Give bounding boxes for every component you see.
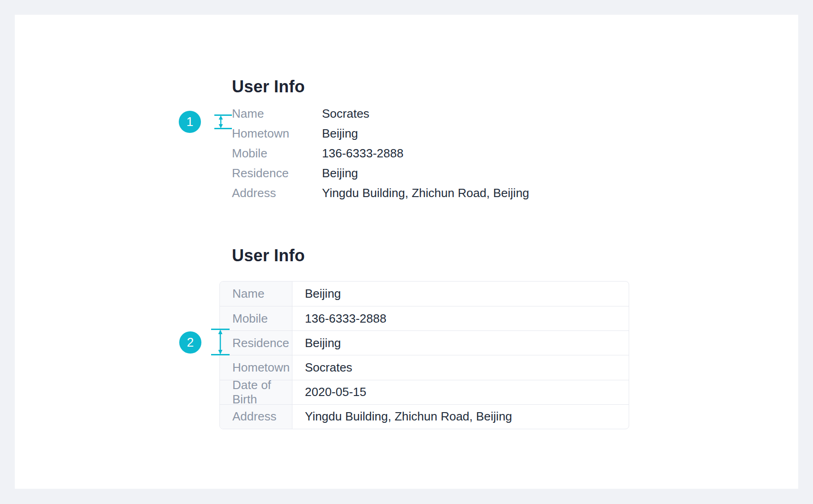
table-row: Date of Birth 2020-05-15 — [220, 380, 629, 404]
annotation-badge-1: 1 — [179, 111, 201, 133]
description-row: Address Yingdu Building, Zhichun Road, B… — [232, 185, 555, 201]
description-label: Mobile — [232, 145, 322, 162]
table-value-cell: 136-6333-2888 — [292, 306, 629, 330]
user-info-description-list: Name Socrates Hometown Beijing Mobile 13… — [232, 105, 555, 204]
table-label-cell: Residence — [220, 331, 292, 355]
description-label: Hometown — [232, 125, 322, 142]
section1-title: User Info — [232, 77, 305, 97]
measure-arrow-icon-2 — [210, 328, 231, 356]
table-value-cell: Beijing — [292, 331, 629, 355]
annotation-badge-2: 2 — [179, 331, 201, 354]
table-row: Mobile 136-6333-2888 — [220, 306, 629, 330]
table-label-cell: Date of Birth — [220, 380, 292, 404]
description-label: Address — [232, 185, 322, 201]
measure-arrow-icon-1 — [213, 114, 233, 130]
table-value-cell: Socrates — [292, 355, 629, 379]
table-label-cell: Address — [220, 405, 292, 429]
description-row: Mobile 136-6333-2888 — [232, 145, 555, 162]
table-label-cell: Mobile — [220, 306, 292, 330]
description-value: Yingdu Building, Zhichun Road, Beijing — [322, 185, 529, 201]
table-value-cell: 2020-05-15 — [292, 380, 629, 404]
description-label: Name — [232, 105, 322, 122]
table-row: Residence Beijing — [220, 330, 629, 355]
table-label-cell: Name — [220, 282, 292, 306]
table-row: Hometown Socrates — [220, 355, 629, 379]
description-row: Hometown Beijing — [232, 125, 555, 142]
section2-title: User Info — [232, 246, 305, 266]
table-label-cell: Hometown — [220, 355, 292, 379]
description-value: Socrates — [322, 105, 370, 122]
user-info-table: Name Beijing Mobile 136-6333-2888 Reside… — [219, 281, 629, 429]
description-value: 136-6333-2888 — [322, 145, 403, 162]
page-background: User Info Name Socrates Hometown Beijing… — [0, 0, 813, 504]
table-value-cell: Yingdu Building, Zhichun Road, Beijing — [292, 405, 629, 429]
description-value: Beijing — [322, 165, 358, 181]
table-value-cell: Beijing — [292, 282, 629, 306]
table-row: Address Yingdu Building, Zhichun Road, B… — [220, 404, 629, 429]
description-label: Residence — [232, 165, 322, 181]
description-value: Beijing — [322, 125, 358, 142]
description-row: Residence Beijing — [232, 165, 555, 181]
description-row: Name Socrates — [232, 105, 555, 122]
table-row: Name Beijing — [220, 282, 629, 306]
